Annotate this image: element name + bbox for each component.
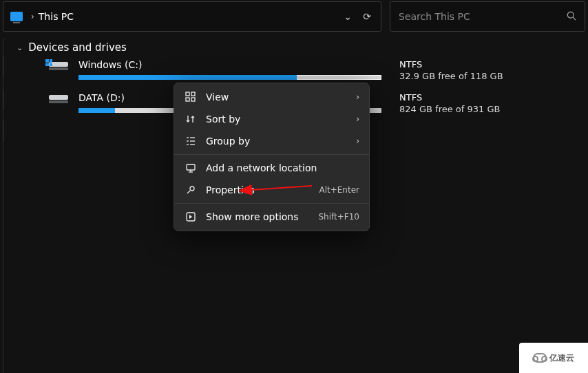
ctx-label: Add a network location xyxy=(206,162,359,173)
svg-point-15 xyxy=(190,186,194,191)
filesystem-label: NTFS xyxy=(399,92,500,103)
address-bar[interactable]: › This PC ⌄ ⟳ xyxy=(3,1,381,32)
menu-separator xyxy=(174,154,369,155)
ctx-shortcut: Shift+F10 xyxy=(318,212,359,222)
ctx-label: Show more options xyxy=(206,211,318,222)
group-title: Devices and drives xyxy=(28,41,127,54)
chevron-right-icon: › xyxy=(31,12,34,21)
devices-drives-header[interactable]: ⌄ Devices and drives xyxy=(15,39,588,56)
ctx-shortcut: Alt+Enter xyxy=(319,185,359,195)
menu-separator xyxy=(174,203,369,204)
ctx-label: Sort by xyxy=(206,114,356,125)
path-dropdown-icon[interactable]: ⌄ xyxy=(338,11,357,22)
watermark-logo-icon xyxy=(533,353,547,363)
ctx-label: Group by xyxy=(206,136,356,147)
search-placeholder: Search This PC xyxy=(399,11,567,22)
context-menu: View›Sort by›Group by›Add a network loca… xyxy=(174,83,370,231)
drive-name: Windows (C:) xyxy=(78,59,381,70)
ctx-show-more-options[interactable]: Show more optionsShift+F10 xyxy=(174,206,369,228)
address-location: This PC xyxy=(39,11,74,22)
ctx-label: View xyxy=(206,92,356,103)
ctx-label: Properties xyxy=(206,184,319,195)
chevron-right-icon: › xyxy=(356,136,359,146)
network-icon xyxy=(184,162,198,173)
chevron-right-icon: › xyxy=(356,92,359,102)
view-icon xyxy=(184,92,198,103)
ctx-properties[interactable]: PropertiesAlt+Enter xyxy=(174,179,369,201)
svg-rect-4 xyxy=(186,98,189,101)
drive-icon xyxy=(48,95,69,110)
capacity-bar xyxy=(78,75,381,80)
svg-rect-5 xyxy=(191,98,195,101)
search-icon xyxy=(567,11,576,23)
more-icon xyxy=(184,211,198,222)
chevron-right-icon: › xyxy=(356,114,359,124)
group-icon xyxy=(184,136,198,147)
ctx-view[interactable]: View› xyxy=(174,86,369,108)
svg-point-0 xyxy=(567,12,574,18)
watermark: 亿速云 xyxy=(519,343,588,373)
drive-icon xyxy=(48,62,69,77)
sort-icon xyxy=(184,114,198,125)
svg-rect-12 xyxy=(187,164,195,170)
this-pc-icon xyxy=(10,12,23,21)
chevron-down-icon: ⌄ xyxy=(17,43,23,52)
filesystem-label: NTFS xyxy=(399,59,503,70)
ctx-add-a-network-location[interactable]: Add a network location xyxy=(174,157,369,179)
free-space-label: 32.9 GB free of 118 GB xyxy=(399,71,503,81)
search-input[interactable]: Search This PC xyxy=(390,1,585,32)
free-space-label: 824 GB free of 931 GB xyxy=(399,104,500,114)
properties-icon xyxy=(184,184,198,195)
watermark-text: 亿速云 xyxy=(549,352,574,364)
svg-rect-2 xyxy=(186,92,189,96)
svg-rect-3 xyxy=(191,92,195,96)
refresh-icon[interactable]: ⟳ xyxy=(357,11,377,22)
ctx-group-by[interactable]: Group by› xyxy=(174,130,369,152)
svg-line-1 xyxy=(573,17,576,20)
ctx-sort-by[interactable]: Sort by› xyxy=(174,108,369,130)
